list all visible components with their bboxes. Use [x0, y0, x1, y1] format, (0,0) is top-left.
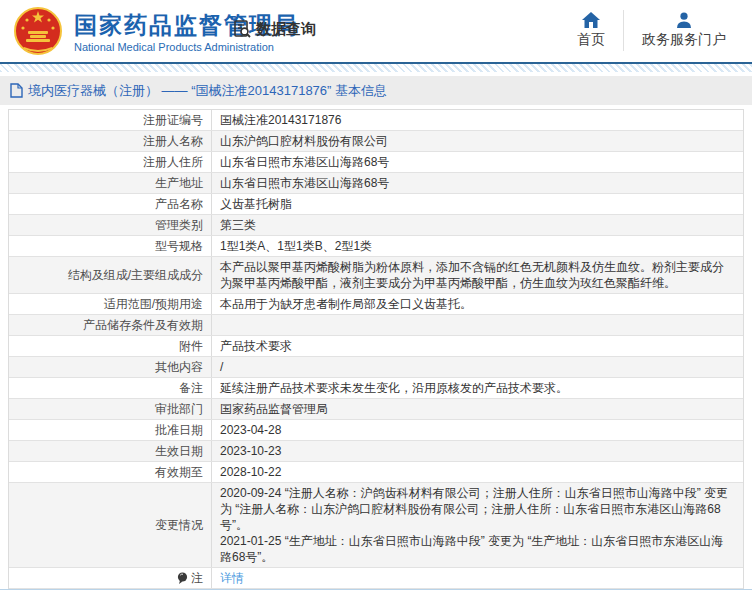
row-value: 第三类 — [211, 215, 743, 235]
table-row: 备注延续注册产品技术要求未发生变化，沿用原核发的产品技术要求。 — [9, 378, 743, 399]
nav-item-portal-label: 政务服务门户 — [642, 31, 726, 49]
row-label: 有效期至 — [9, 462, 211, 482]
site-header: 国家药品监督管理局 National Medical Products Admi… — [0, 0, 752, 62]
table-row: 其他内容/ — [9, 357, 743, 378]
row-value: 延续注册产品技术要求未发生变化，沿用原核发的产品技术要求。 — [211, 378, 743, 398]
row-value-text: 2028-10-22 — [220, 464, 281, 480]
row-label: 适用范围/预期用途 — [9, 294, 211, 314]
row-value-text: 国械注准20143171876 — [220, 112, 341, 128]
data-query-icon — [232, 19, 252, 39]
row-label: 注册人住所 — [9, 152, 211, 172]
row-value: 产品技术要求 — [211, 336, 743, 356]
nav-item-portal[interactable]: 政务服务门户 — [623, 10, 744, 51]
nav-item-home[interactable]: 首页 — [559, 10, 623, 51]
row-value: 山东省日照市东港区山海路68号 — [211, 173, 743, 193]
row-label-text: 型号规格 — [155, 238, 203, 254]
row-label-text: 结构及组成/主要组成成分 — [68, 267, 203, 283]
table-row: 生效日期2023-10-23 — [9, 441, 743, 462]
detail-link[interactable]: 详情 — [220, 570, 244, 586]
row-label: 备注 — [9, 378, 211, 398]
row-label-text: 生效日期 — [155, 443, 203, 459]
row-label: 注 — [9, 568, 211, 588]
top-nav: 首页 政务服务门户 — [559, 10, 744, 51]
row-label-text: 注 — [191, 570, 203, 586]
row-value-paragraph: 2020-09-24 “注册人名称：沪鸽齿科材料有限公司；注册人住所：山东省日照… — [220, 485, 735, 533]
row-value: 本产品以聚甲基丙烯酸树脂为粉体原料，添加不含镉的红色无机颜料及仿生血纹。粉剂主要… — [211, 257, 743, 293]
row-label: 结构及组成/主要组成成分 — [9, 257, 211, 293]
row-value: 2023-04-28 — [211, 420, 743, 440]
row-value-text: 山东省日照市东港区山海路68号 — [220, 175, 389, 191]
table-row: 批准日期2023-04-28 — [9, 420, 743, 441]
person-icon — [676, 12, 692, 28]
row-label: 其他内容 — [9, 357, 211, 377]
breadcrumb-bar: 境内医疗器械（注册） —— “国械注准20143171876” 基本信息 — [0, 76, 752, 105]
row-label: 变更情况 — [9, 483, 211, 567]
row-value-text: / — [220, 359, 223, 375]
row-value: 本品用于为缺牙患者制作局部及全口义齿基托。 — [211, 294, 743, 314]
row-label-text: 备注 — [179, 380, 203, 396]
row-label-text: 适用范围/预期用途 — [104, 296, 203, 312]
row-label-text: 管理类别 — [155, 217, 203, 233]
row-value-paragraph: 2021-01-25 “生产地址：山东省日照市山海路中段” 变更为 “生产地址：… — [220, 533, 735, 565]
row-value: 2023-10-23 — [211, 441, 743, 461]
row-label-text: 产品储存条件及有效期 — [83, 317, 203, 333]
row-value-text: 产品技术要求 — [220, 338, 292, 354]
table-row: 结构及组成/主要组成成分本产品以聚甲基丙烯酸树脂为粉体原料，添加不含镉的红色无机… — [9, 257, 743, 294]
row-value: 国家药品监督管理局 — [211, 399, 743, 419]
table-row: 型号规格1型1类A、1型1类B、2型1类 — [9, 236, 743, 257]
table-row: 生产地址山东省日照市东港区山海路68号 — [9, 173, 743, 194]
table-row: 产品储存条件及有效期 — [9, 315, 743, 336]
row-label: 产品储存条件及有效期 — [9, 315, 211, 335]
row-label-text: 附件 — [179, 338, 203, 354]
row-label: 型号规格 — [9, 236, 211, 256]
data-query-label: 数据查询 — [256, 20, 316, 39]
row-value: 详情 — [211, 568, 743, 588]
row-value-text: 本产品以聚甲基丙烯酸树脂为粉体原料，添加不含镉的红色无机颜料及仿生血纹。粉剂主要… — [220, 259, 735, 291]
document-icon — [10, 83, 23, 98]
row-value-text: 延续注册产品技术要求未发生变化，沿用原核发的产品技术要求。 — [220, 380, 568, 396]
nav-item-home-label: 首页 — [577, 31, 605, 49]
table-row: 注册人住所山东省日照市东港区山海路68号 — [9, 152, 743, 173]
row-label-text: 审批部门 — [155, 401, 203, 417]
row-value-text: 山东沪鸽口腔材料股份有限公司 — [220, 133, 388, 149]
row-value-text: 义齿基托树脂 — [220, 196, 292, 212]
row-label-text: 注册证编号 — [143, 112, 203, 128]
breadcrumb: 境内医疗器械（注册） —— “国械注准20143171876” 基本信息 — [28, 82, 387, 100]
row-label-text: 注册人住所 — [143, 154, 203, 170]
row-label-text: 注册人名称 — [143, 133, 203, 149]
row-label: 生效日期 — [9, 441, 211, 461]
data-query-button[interactable]: 数据查询 — [232, 19, 316, 39]
table-row: 附件产品技术要求 — [9, 336, 743, 357]
row-value-text: 2023-10-23 — [220, 443, 281, 459]
row-label-text: 生产地址 — [155, 175, 203, 191]
row-label: 批准日期 — [9, 420, 211, 440]
header-stripe-band — [0, 64, 752, 72]
row-label: 审批部门 — [9, 399, 211, 419]
row-value-text: 1型1类A、1型1类B、2型1类 — [220, 238, 372, 254]
row-label-text: 产品名称 — [155, 196, 203, 212]
table-row: 产品名称义齿基托树脂 — [9, 194, 743, 215]
home-icon — [582, 12, 600, 28]
row-value: 1型1类A、1型1类B、2型1类 — [211, 236, 743, 256]
main-content: 注册证编号国械注准20143171876注册人名称山东沪鸽口腔材料股份有限公司注… — [0, 105, 752, 589]
table-row: 有效期至2028-10-22 — [9, 462, 743, 483]
row-value-text: 山东省日照市东港区山海路68号 — [220, 154, 389, 170]
table-row: 注册证编号国械注准20143171876 — [9, 110, 743, 131]
row-value-text: 国家药品监督管理局 — [220, 401, 328, 417]
row-value: 义齿基托树脂 — [211, 194, 743, 214]
table-row: 变更情况2020-09-24 “注册人名称：沪鸽齿科材料有限公司；注册人住所：山… — [9, 483, 743, 568]
row-value-text: 第三类 — [220, 217, 256, 233]
row-label: 注册证编号 — [9, 110, 211, 130]
row-value — [211, 315, 743, 335]
table-row: 适用范围/预期用途本品用于为缺牙患者制作局部及全口义齿基托。 — [9, 294, 743, 315]
table-row: 注册人名称山东沪鸽口腔材料股份有限公司 — [9, 131, 743, 152]
row-label: 附件 — [9, 336, 211, 356]
row-value: 2028-10-22 — [211, 462, 743, 482]
agency-name-en: National Medical Products Administration — [74, 40, 299, 54]
row-label: 管理类别 — [9, 215, 211, 235]
row-label-text: 批准日期 — [155, 422, 203, 438]
row-value: 2020-09-24 “注册人名称：沪鸽齿科材料有限公司；注册人住所：山东省日照… — [211, 483, 743, 567]
national-emblem-logo — [14, 7, 62, 55]
row-label-text: 其他内容 — [155, 359, 203, 375]
row-value: 国械注准20143171876 — [211, 110, 743, 130]
